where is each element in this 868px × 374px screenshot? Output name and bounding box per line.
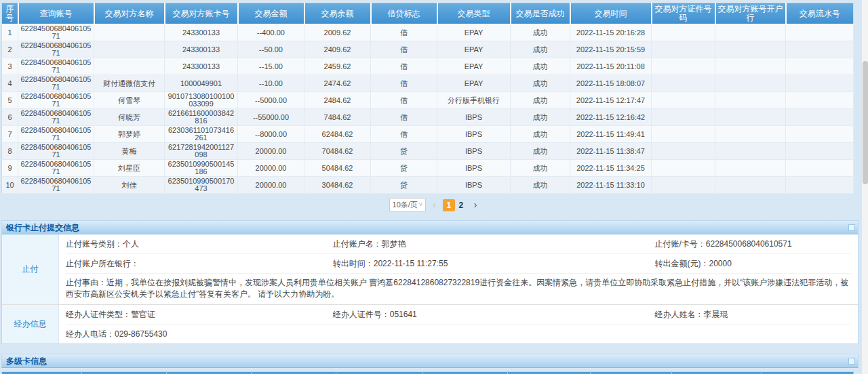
cell: 何雪琴	[94, 92, 165, 109]
column-header: 交易对方账号开户行	[715, 3, 786, 24]
cell	[715, 143, 786, 160]
column-header: 交易是否成功	[511, 3, 570, 24]
cell: 6228450068040610571	[18, 126, 94, 143]
cell: IBPS	[437, 109, 511, 126]
cell: 6228450068040610571	[18, 160, 94, 177]
cell: 243300133	[165, 24, 238, 41]
cell: 2022-11-15 18:08:07	[570, 75, 652, 92]
column-header: 余额	[423, 372, 508, 374]
cell: 30484.62	[304, 177, 371, 194]
cell: 成功	[511, 92, 570, 109]
section-title-text: 银行卡止付提交信息	[6, 223, 79, 232]
column-header: 交易流水号	[786, 3, 854, 24]
cell: 郭梦婷	[94, 126, 165, 143]
cell: EPAY	[437, 75, 511, 92]
transactions-table-wrap: 序号查询账号交易对方名称交易对方账卡号交易金额交易余额借贷标志交易类型交易是否成…	[1, 3, 859, 194]
cell: 2022-11-15 20:16:28	[570, 24, 652, 41]
section-title-text: 多级卡信息	[6, 356, 47, 366]
cell	[652, 41, 715, 58]
field-row: 经办人证件类型：警官证经办人证件号：051641经办人姓名：李晨琨	[66, 305, 851, 325]
cell	[652, 75, 715, 92]
cell: EPAY	[437, 41, 511, 58]
cell: 6217281942001127098	[165, 143, 238, 160]
cell	[786, 160, 854, 177]
cell	[715, 24, 786, 41]
cell: 5	[2, 92, 18, 109]
cell: 成功	[511, 160, 570, 177]
cell: 成功	[511, 143, 570, 160]
cell: IBPS	[437, 177, 511, 194]
cell: 成功	[511, 58, 570, 75]
page-size-select[interactable]: 10条/页 ˅	[389, 198, 427, 212]
cell	[786, 126, 854, 143]
cell: 10	[2, 177, 18, 194]
cell	[94, 41, 165, 58]
vertical-scrollbar[interactable]	[861, 0, 868, 374]
cell	[715, 58, 786, 75]
cell: 贷	[371, 160, 437, 177]
cell	[715, 160, 786, 177]
cell: 贷	[371, 177, 437, 194]
cell: 2409.62	[304, 41, 371, 58]
prev-page-button[interactable]: ‹	[431, 199, 438, 211]
transaction-row: 86228450068040610571黄梅621728194200112709…	[2, 143, 854, 160]
field-row: 止付账户所在银行：转出时间：2022-11-15 11:27:55转出金额(元)…	[66, 254, 851, 274]
cell	[652, 109, 715, 126]
cell	[786, 109, 854, 126]
cell: --400.00	[238, 24, 304, 41]
column-header: 录入人	[591, 372, 672, 374]
column-header: 交易对方证件号码	[652, 3, 715, 24]
scrollbar-thumb[interactable]	[863, 61, 868, 184]
field: 转出金额(元)：20000	[654, 258, 851, 270]
cell	[652, 160, 715, 177]
info-group-content: 止付账号类别：个人止付账户名：郭梦艳止付账/卡号：622845006804061…	[59, 234, 858, 304]
multi-card-section-title: 多级卡信息	[1, 354, 859, 368]
chevron-down-icon: ˅	[419, 201, 422, 208]
transactions-table: 序号查询账号交易对方名称交易对方账卡号交易金额交易余额借贷标志交易类型交易是否成…	[1, 3, 854, 194]
collapse-icon[interactable]	[848, 358, 855, 365]
column-header: 交易对方账卡号	[165, 3, 238, 24]
field: 经办人电话：029-86755430	[66, 329, 333, 340]
transaction-row: 56228450068040610571何雪琴90107130801001000…	[2, 92, 854, 109]
cell	[652, 177, 715, 194]
multi-card-table: 序号级别止付类型所属机构账号余额止付结果录入人录入单位录入时间1一级第三方止付中…	[1, 371, 854, 374]
page-button-2[interactable]: 2	[455, 199, 467, 211]
page-button-1[interactable]: 1	[443, 199, 455, 211]
cell: 借	[371, 41, 437, 58]
cell: 6228450068040610571	[18, 41, 94, 58]
cell: 50484.62	[304, 160, 371, 177]
info-group: 止付止付账号类别：个人止付账户名：郭梦艳止付账/卡号：6228450068040…	[2, 234, 858, 305]
column-header: 交易类型	[437, 3, 511, 24]
cell	[652, 92, 715, 109]
field: 止付账/卡号：6228450068040610571	[654, 238, 851, 250]
cell: 何晓芳	[94, 109, 165, 126]
cell: 成功	[511, 75, 570, 92]
stop-payment-info-box: 止付止付账号类别：个人止付账户名：郭梦艳止付账/卡号：6228450068040…	[1, 234, 859, 344]
cell: 2484.62	[304, 92, 371, 109]
cell: 刘佳	[94, 177, 165, 194]
cell: 20000.00	[238, 160, 304, 177]
field: 转出时间：2022-11-15 11:27:55	[333, 258, 655, 270]
cell: 6228450068040610571	[18, 177, 94, 194]
cell	[652, 126, 715, 143]
cell: 2022-11-15 20:11:08	[570, 58, 652, 75]
transaction-row: 66228450068040610571何晓芳62166116000038428…	[2, 109, 854, 126]
cell: 7	[2, 126, 18, 143]
info-group-label: 止付	[2, 234, 59, 304]
cell: --15.00	[238, 58, 304, 75]
cell: 20000.00	[238, 143, 304, 160]
info-group: 经办信息经办人证件类型：警官证经办人证件号：051641经办人姓名：李晨琨经办人…	[2, 305, 858, 344]
cell: 黄梅	[94, 143, 165, 160]
next-page-button[interactable]: ›	[472, 199, 479, 211]
stop-reason-text: 止付事由：近期，我单位在接报刘妮被骗警情中，发现涉案人员利用贵单位相关账户 曹鸿…	[66, 274, 851, 304]
cell: 6	[2, 109, 18, 126]
column-header: 止付结果	[508, 372, 591, 374]
cell: IBPS	[437, 143, 511, 160]
collapse-icon[interactable]	[848, 224, 855, 231]
cell: 8	[2, 143, 18, 160]
stop-payment-section: 银行卡止付提交信息 止付止付账号类别：个人止付账户名：郭梦艳止付账/卡号：622…	[1, 220, 859, 344]
page-number-list: 12	[443, 199, 467, 211]
cell: --10.00	[238, 75, 304, 92]
cell: 9010713080100100033099	[165, 92, 238, 109]
cell: 刘星臣	[94, 160, 165, 177]
